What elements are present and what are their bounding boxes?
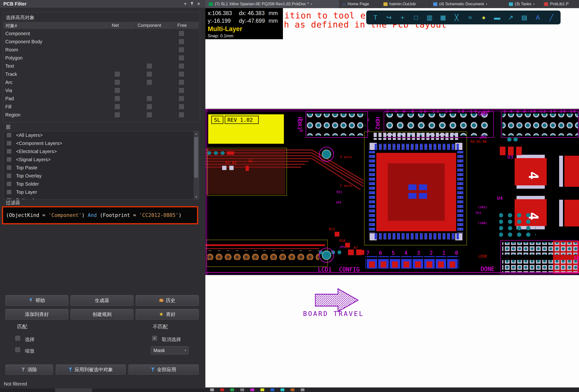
cutter-icon[interactable]: ╳ (451, 14, 462, 21)
select-area-icon[interactable]: □ (411, 14, 421, 21)
designator-r7[interactable]: R7 (354, 246, 358, 250)
component-checkbox[interactable] (147, 112, 152, 117)
tab-outjob[interactable]: haimin.OutJob (380, 0, 430, 8)
apply-selected-button[interactable]: 应用到被选中对象 (56, 364, 126, 375)
layer-tab-chip[interactable] (210, 389, 214, 391)
tab-schematic[interactable]: (4) Schematic Document ▾ (430, 0, 506, 8)
component-checkbox[interactable] (147, 64, 152, 68)
qfp-footprint[interactable] (369, 143, 463, 240)
grid-icon[interactable]: ▦ (438, 14, 448, 21)
route-icon[interactable]: ↪ (384, 14, 394, 21)
report-icon[interactable]: ▤ (519, 14, 529, 21)
layer-item[interactable]: Top Solder (3, 180, 199, 188)
passive-component-row[interactable] (373, 133, 459, 140)
net-checkbox[interactable] (115, 112, 120, 117)
designator-u3[interactable]: U3 (507, 154, 513, 160)
deselect-checkbox[interactable] (152, 336, 157, 340)
designator-s2[interactable]: S2 (574, 255, 579, 260)
free-checkbox[interactable] (179, 56, 184, 60)
layer-checkbox[interactable] (7, 190, 11, 194)
designator-q1[interactable]: Q1 (248, 159, 253, 163)
designator-u4[interactable]: U4 (497, 195, 503, 201)
histogram-icon[interactable]: ▥ (424, 14, 435, 21)
label-config[interactable]: CONFIG (339, 266, 360, 273)
axis-label-y[interactable]: Y axis (340, 184, 352, 187)
net-checkbox[interactable] (115, 72, 120, 77)
net-checkbox[interactable] (115, 80, 120, 85)
free-checkbox[interactable] (179, 64, 184, 68)
designator-jp5[interactable]: JP5 (339, 245, 345, 249)
free-checkbox[interactable] (179, 39, 184, 44)
label-done[interactable]: DONE (481, 266, 495, 273)
layer-checkbox[interactable] (7, 141, 11, 146)
layer-item[interactable]: <Electrical Layers> (3, 148, 199, 156)
line-icon[interactable]: ╱ (546, 14, 557, 21)
layer-checkbox[interactable] (7, 182, 11, 186)
designator-led8[interactable]: LED8 (478, 254, 487, 259)
create-rule-button[interactable]: 创建规则 (71, 309, 133, 320)
board-travel-arrow[interactable] (315, 287, 361, 313)
tab-pcbdoc[interactable]: (7) SL1 Xilinx Spartan-IIE PQ208 Rev1.02… (205, 0, 339, 8)
value-303[interactable]: (303) (478, 205, 487, 209)
add-favorite-button[interactable]: 添加到喜好 (5, 309, 68, 320)
font-icon[interactable]: A (533, 14, 543, 21)
designator-jp2[interactable]: JP2 (480, 135, 487, 139)
component-checkbox[interactable] (147, 96, 152, 101)
axis-label-x[interactable]: X axis (340, 155, 352, 159)
select-text-icon[interactable]: T (370, 14, 381, 21)
clear-button[interactable]: 清除 (5, 364, 53, 375)
layer-tab-chip[interactable] (301, 389, 304, 391)
tab-tasks[interactable]: (3) Tasks ▾ (506, 0, 541, 8)
free-checkbox[interactable] (179, 104, 184, 109)
designators-r2r3[interactable]: R2 R3 (225, 161, 236, 165)
key-icon[interactable]: ● (478, 14, 489, 21)
layer-tab-chip[interactable] (281, 389, 284, 391)
layer-item[interactable]: <Signal Layers> (3, 156, 199, 164)
zoom-checkbox[interactable] (15, 347, 20, 352)
tab-home-page[interactable]: ⌂ Home Page (339, 0, 380, 8)
mask-dropdown[interactable]: Mask ▾ (151, 346, 189, 354)
free-checkbox[interactable] (179, 72, 184, 77)
layer-checkbox[interactable] (7, 149, 11, 154)
designator-r11[interactable]: R11 (329, 227, 335, 231)
layer-tab-chip[interactable] (260, 389, 264, 391)
free-checkbox[interactable] (179, 80, 184, 85)
designators-r4r5r6[interactable]: R4 R5 R6 (471, 140, 487, 144)
builder-button[interactable]: 生成器 (71, 295, 133, 306)
layer-tab-chip[interactable] (271, 389, 274, 391)
tab-pcblib[interactable]: PcbLib1.P (541, 0, 579, 8)
pin-header-pads[interactable] (503, 113, 578, 136)
designator-r10[interactable]: R10 (339, 239, 345, 242)
chevron-down-icon[interactable]: ▾ (486, 3, 487, 6)
chevron-down-icon[interactable]: ▾ (533, 3, 535, 6)
layer-checkbox[interactable] (7, 133, 11, 138)
pin-header-pads[interactable] (385, 113, 491, 136)
move-icon[interactable]: + (397, 14, 408, 21)
help-button[interactable]: 帮助 (5, 295, 68, 306)
layer-item[interactable]: Top Overlay (3, 172, 199, 180)
designator-r21[interactable]: R21 (337, 190, 342, 194)
layer-item[interactable]: Top Layer (3, 188, 199, 196)
layer-checkbox[interactable] (7, 174, 11, 178)
plane-icon[interactable]: ▬ (492, 14, 503, 21)
component-checkbox[interactable] (147, 104, 152, 109)
favorites-button[interactable]: ★ 喜好 (136, 309, 199, 320)
board-label-region[interactable]: SL REV 1.02 (208, 114, 284, 144)
board-travel-label[interactable]: BOARD TRAVEL (303, 310, 375, 317)
measure-icon[interactable]: ↗ (506, 14, 516, 21)
panel-tab[interactable] (55, 389, 92, 392)
pcb-silkscreen-text[interactable]: ition to tool end (284, 10, 376, 20)
chevron-down-icon[interactable]: ▾ (311, 3, 312, 6)
select-checkbox[interactable] (15, 336, 20, 340)
scroll-down-icon[interactable]: ▼ (194, 194, 199, 199)
panel-dropdown-icon[interactable]: ▼ (182, 2, 189, 6)
free-checkbox[interactable] (179, 96, 184, 101)
scroll-up-icon[interactable]: ▲ (194, 131, 199, 136)
pcb-board[interactable]: SL REV 1.02 (205, 109, 579, 275)
pcb-editor-canvas[interactable]: ition to tool end h as defined in the Pc… (205, 8, 579, 392)
layer-tab-chip[interactable] (230, 389, 234, 391)
filter-query-box[interactable]: (ObjectKind = 'Component') And (Footprin… (2, 206, 198, 224)
free-checkbox[interactable] (179, 31, 184, 36)
layer-item[interactable]: Top Paste (3, 164, 199, 172)
layer-item[interactable]: <All Layers> (3, 131, 199, 139)
